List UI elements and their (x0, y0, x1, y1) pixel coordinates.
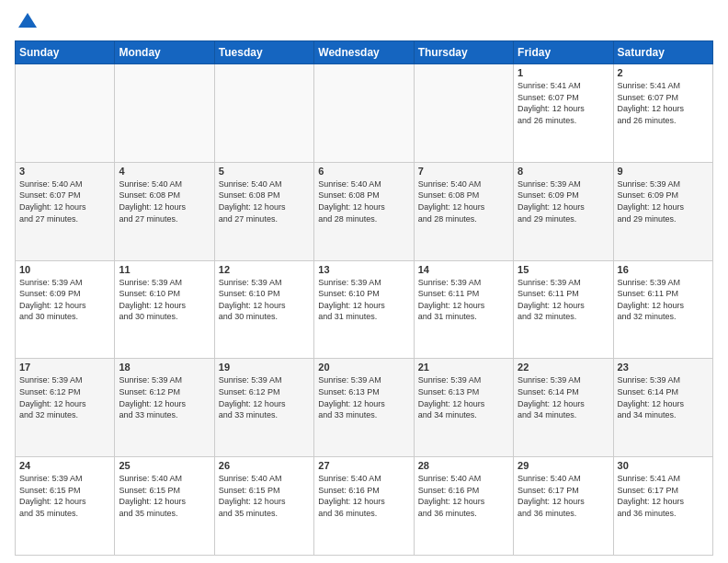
day-info: Sunrise: 5:40 AM Sunset: 6:15 PM Dayligh… (119, 473, 210, 519)
day-number: 30 (618, 460, 709, 471)
day-cell: 30Sunrise: 5:41 AM Sunset: 6:17 PM Dayli… (613, 457, 712, 556)
day-info: Sunrise: 5:40 AM Sunset: 6:16 PM Dayligh… (418, 473, 509, 519)
day-cell: 16Sunrise: 5:39 AM Sunset: 6:11 PM Dayli… (613, 260, 712, 359)
day-cell: 6Sunrise: 5:40 AM Sunset: 6:08 PM Daylig… (314, 162, 414, 260)
day-number: 3 (19, 166, 110, 177)
day-cell: 25Sunrise: 5:40 AM Sunset: 6:15 PM Dayli… (115, 457, 214, 556)
day-cell: 29Sunrise: 5:40 AM Sunset: 6:17 PM Dayli… (514, 457, 613, 556)
day-cell (214, 64, 313, 163)
calendar-header-row: Sunday Monday Tuesday Wednesday Thursday… (16, 41, 713, 64)
week-row-3: 10Sunrise: 5:39 AM Sunset: 6:09 PM Dayli… (16, 260, 713, 359)
day-info: Sunrise: 5:39 AM Sunset: 6:09 PM Dayligh… (19, 277, 110, 323)
day-number: 18 (119, 362, 210, 373)
day-number: 28 (418, 460, 509, 471)
day-cell: 19Sunrise: 5:39 AM Sunset: 6:12 PM Dayli… (214, 359, 313, 457)
day-cell: 20Sunrise: 5:39 AM Sunset: 6:13 PM Dayli… (314, 359, 414, 457)
day-cell: 15Sunrise: 5:39 AM Sunset: 6:11 PM Dayli… (514, 260, 613, 359)
day-info: Sunrise: 5:39 AM Sunset: 6:09 PM Dayligh… (618, 178, 709, 224)
day-info: Sunrise: 5:40 AM Sunset: 6:08 PM Dayligh… (219, 178, 310, 224)
day-cell: 4Sunrise: 5:40 AM Sunset: 6:08 PM Daylig… (115, 162, 214, 260)
day-number: 8 (518, 166, 609, 177)
day-cell: 13Sunrise: 5:39 AM Sunset: 6:10 PM Dayli… (314, 260, 414, 359)
logo (15, 11, 39, 33)
day-number: 10 (19, 264, 110, 275)
day-number: 14 (418, 264, 509, 275)
day-info: Sunrise: 5:40 AM Sunset: 6:08 PM Dayligh… (119, 178, 210, 224)
day-number: 7 (418, 166, 509, 177)
day-cell (414, 64, 513, 163)
day-number: 12 (219, 264, 310, 275)
day-cell (115, 64, 214, 163)
day-info: Sunrise: 5:39 AM Sunset: 6:14 PM Dayligh… (618, 374, 709, 420)
day-number: 24 (19, 460, 110, 471)
day-info: Sunrise: 5:39 AM Sunset: 6:12 PM Dayligh… (219, 374, 310, 420)
day-cell: 3Sunrise: 5:40 AM Sunset: 6:07 PM Daylig… (16, 162, 115, 260)
day-number: 23 (618, 362, 709, 373)
day-cell: 7Sunrise: 5:40 AM Sunset: 6:08 PM Daylig… (414, 162, 513, 260)
day-info: Sunrise: 5:41 AM Sunset: 6:07 PM Dayligh… (618, 80, 709, 126)
day-cell: 5Sunrise: 5:40 AM Sunset: 6:08 PM Daylig… (214, 162, 313, 260)
day-number: 27 (318, 460, 409, 471)
day-number: 21 (418, 362, 509, 373)
day-info: Sunrise: 5:39 AM Sunset: 6:11 PM Dayligh… (418, 277, 509, 323)
day-number: 13 (318, 264, 409, 275)
svg-marker-0 (18, 13, 37, 28)
day-info: Sunrise: 5:40 AM Sunset: 6:08 PM Dayligh… (418, 178, 509, 224)
calendar: Sunday Monday Tuesday Wednesday Thursday… (15, 40, 713, 556)
day-cell (314, 64, 414, 163)
header-tuesday: Tuesday (214, 41, 313, 64)
day-number: 17 (19, 362, 110, 373)
day-info: Sunrise: 5:39 AM Sunset: 6:10 PM Dayligh… (119, 277, 210, 323)
week-row-1: 1Sunrise: 5:41 AM Sunset: 6:07 PM Daylig… (16, 64, 713, 163)
day-number: 1 (518, 67, 609, 78)
day-info: Sunrise: 5:39 AM Sunset: 6:12 PM Dayligh… (19, 374, 110, 420)
day-info: Sunrise: 5:40 AM Sunset: 6:16 PM Dayligh… (318, 473, 409, 519)
day-number: 5 (219, 166, 310, 177)
day-info: Sunrise: 5:39 AM Sunset: 6:10 PM Dayligh… (219, 277, 310, 323)
day-info: Sunrise: 5:39 AM Sunset: 6:10 PM Dayligh… (318, 277, 409, 323)
day-cell: 9Sunrise: 5:39 AM Sunset: 6:09 PM Daylig… (613, 162, 712, 260)
day-cell: 21Sunrise: 5:39 AM Sunset: 6:13 PM Dayli… (414, 359, 513, 457)
day-cell: 24Sunrise: 5:39 AM Sunset: 6:15 PM Dayli… (16, 457, 115, 556)
day-info: Sunrise: 5:40 AM Sunset: 6:08 PM Dayligh… (318, 178, 409, 224)
day-cell: 18Sunrise: 5:39 AM Sunset: 6:12 PM Dayli… (115, 359, 214, 457)
day-number: 20 (318, 362, 409, 373)
day-info: Sunrise: 5:39 AM Sunset: 6:13 PM Dayligh… (318, 374, 409, 420)
header (15, 11, 713, 33)
day-number: 2 (618, 67, 709, 78)
week-row-2: 3Sunrise: 5:40 AM Sunset: 6:07 PM Daylig… (16, 162, 713, 260)
day-number: 29 (518, 460, 609, 471)
day-cell: 26Sunrise: 5:40 AM Sunset: 6:15 PM Dayli… (214, 457, 313, 556)
day-cell: 23Sunrise: 5:39 AM Sunset: 6:14 PM Dayli… (613, 359, 712, 457)
day-number: 4 (119, 166, 210, 177)
header-friday: Friday (514, 41, 613, 64)
day-cell: 14Sunrise: 5:39 AM Sunset: 6:11 PM Dayli… (414, 260, 513, 359)
day-cell: 8Sunrise: 5:39 AM Sunset: 6:09 PM Daylig… (514, 162, 613, 260)
day-number: 16 (618, 264, 709, 275)
day-info: Sunrise: 5:39 AM Sunset: 6:11 PM Dayligh… (618, 277, 709, 323)
page: Sunday Monday Tuesday Wednesday Thursday… (0, 0, 728, 563)
day-number: 25 (119, 460, 210, 471)
day-info: Sunrise: 5:41 AM Sunset: 6:17 PM Dayligh… (618, 473, 709, 519)
day-info: Sunrise: 5:40 AM Sunset: 6:07 PM Dayligh… (19, 178, 110, 224)
day-number: 19 (219, 362, 310, 373)
day-cell: 28Sunrise: 5:40 AM Sunset: 6:16 PM Dayli… (414, 457, 513, 556)
header-monday: Monday (115, 41, 214, 64)
day-number: 9 (618, 166, 709, 177)
day-info: Sunrise: 5:40 AM Sunset: 6:15 PM Dayligh… (219, 473, 310, 519)
day-cell: 22Sunrise: 5:39 AM Sunset: 6:14 PM Dayli… (514, 359, 613, 457)
day-number: 6 (318, 166, 409, 177)
header-saturday: Saturday (613, 41, 712, 64)
day-cell: 10Sunrise: 5:39 AM Sunset: 6:09 PM Dayli… (16, 260, 115, 359)
day-info: Sunrise: 5:39 AM Sunset: 6:13 PM Dayligh… (418, 374, 509, 420)
day-info: Sunrise: 5:39 AM Sunset: 6:11 PM Dayligh… (518, 277, 609, 323)
day-info: Sunrise: 5:39 AM Sunset: 6:09 PM Dayligh… (518, 178, 609, 224)
header-sunday: Sunday (16, 41, 115, 64)
day-cell: 17Sunrise: 5:39 AM Sunset: 6:12 PM Dayli… (16, 359, 115, 457)
week-row-5: 24Sunrise: 5:39 AM Sunset: 6:15 PM Dayli… (16, 457, 713, 556)
day-info: Sunrise: 5:39 AM Sunset: 6:15 PM Dayligh… (19, 473, 110, 519)
day-info: Sunrise: 5:39 AM Sunset: 6:12 PM Dayligh… (119, 374, 210, 420)
day-info: Sunrise: 5:39 AM Sunset: 6:14 PM Dayligh… (518, 374, 609, 420)
day-number: 11 (119, 264, 210, 275)
header-thursday: Thursday (414, 41, 513, 64)
